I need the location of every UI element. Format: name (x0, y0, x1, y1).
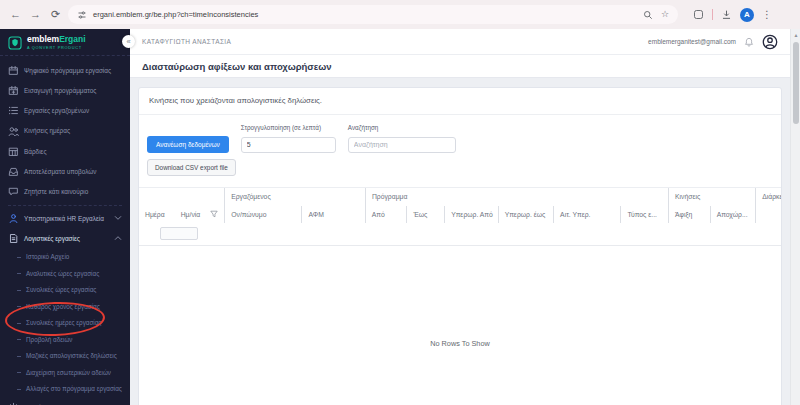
grid-column-header[interactable]: Ημ/νία (175, 206, 225, 223)
sidebar-item[interactable]: Εργασίες εργαζομένων (0, 101, 130, 121)
page-scrollbar[interactable]: ▲ (790, 29, 800, 405)
app-logo[interactable]: emblemErgani A QONVERT PRODUCT (0, 29, 130, 56)
site-settings-icon[interactable] (77, 10, 87, 20)
grid-column-label: Έως (413, 211, 427, 218)
sidebar-collapse-button[interactable]: « (122, 35, 135, 48)
bullet-dash (17, 389, 21, 390)
sidebar-item[interactable]: Ρυθμίσεις (0, 398, 130, 405)
calendar-icon (8, 65, 19, 76)
grid-column-group: Πρόγραμμα (365, 188, 668, 206)
grid-column-header[interactable]: ΑΦΜ (301, 206, 364, 223)
document-icon (8, 233, 19, 244)
grid-column-header[interactable]: Έως (406, 206, 444, 223)
back-icon[interactable]: ← (8, 9, 23, 20)
sidebar-subitem-label: Αλλαγές στο πρόγραμμα εργασίας (26, 385, 122, 394)
sidebar-item-label: Ψηφιακό πρόγραμμα εργασίας (24, 67, 111, 74)
grid-column-group: Εργαζόμενος (224, 188, 365, 206)
sidebar-subitem-link[interactable]: Συνολικές ημέρες εργασίας (0, 315, 130, 332)
grid-column-header[interactable]: Από (365, 206, 407, 223)
zoom-icon[interactable] (643, 10, 653, 20)
date-filter-input[interactable] (160, 227, 198, 240)
grid-column-header[interactable]: Τύπος ε... (620, 206, 668, 223)
reload-icon[interactable]: ⟳ (48, 9, 63, 20)
scroll-up-icon[interactable]: ▲ (791, 32, 800, 38)
sidebar-subitem-label: Αναλυτικές ώρες εργασίας (26, 270, 99, 279)
sidebar-subitem-label: Συνολικές ημέρες εργασίας (26, 319, 101, 328)
sidebar-item[interactable]: Λογιστικές εργασίες (0, 229, 130, 249)
sidebar: emblemErgani A QONVERT PRODUCT Ψηφιακό π… (0, 29, 130, 405)
sidebar-item-label: Αποτελέσματα υποβολών (24, 168, 96, 175)
browser-chrome: ← → ⟳ ergani.emblem.gr/be.php?ch=timeInc… (0, 0, 800, 29)
tasks-list-icon (8, 105, 19, 116)
forward-icon[interactable]: → (28, 9, 43, 20)
sidebar-item[interactable]: Ζητήστε κάτι καινούριο (0, 181, 130, 201)
grid-column-label: Από (372, 211, 385, 218)
bullet-dash (17, 372, 21, 373)
grid-column-header[interactable]: Υπερωρ. Από (444, 206, 498, 223)
grid-column-label: Ημέρα (145, 211, 165, 218)
bell-icon[interactable] (744, 37, 754, 47)
calendar-plus-icon (8, 85, 19, 96)
refresh-data-button[interactable]: Ανανέωση δεδομένων (147, 136, 229, 153)
grid-column-header[interactable] (755, 206, 781, 223)
sidebar-item-label: Εργασίες εργαζομένων (24, 107, 89, 114)
sidebar-item[interactable]: Κινήσεις ημέρας (0, 121, 130, 141)
sidebar-subitem-label: Ιστορικό Αρχείο (26, 253, 69, 262)
grid-column-label: Υπερωρ. έως (505, 211, 546, 218)
sidebar-item[interactable]: Ψηφιακό πρόγραμμα εργασίας (0, 60, 130, 80)
card-heading: Κινήσεις που χρειάζονται απολογιστικές δ… (139, 88, 781, 115)
download-csv-button[interactable]: Download CSV export file (147, 159, 236, 176)
grid-column-header[interactable]: Αιτ. Υπερ. (553, 206, 620, 223)
url-text: ergani.emblem.gr/be.php?ch=timeInconsist… (93, 10, 258, 19)
sidebar-divider (8, 205, 122, 206)
grid-column-header[interactable]: Υπερωρ. έως (498, 206, 553, 223)
sidebar-item[interactable]: Εισαγωγή προγράμματος (0, 81, 130, 101)
grid-empty-state: No Rows To Show (139, 246, 781, 348)
sidebar-subitem-link[interactable]: Συνολικές ώρες εργασίας (0, 282, 130, 299)
sidebar-subitem-label: Μαζικές απολογιστικές δηλώσεις (26, 352, 117, 361)
shield-logo-icon (8, 36, 22, 50)
sidebar-subitem-link[interactable]: Καθαρός χρόνος εργασίας (0, 299, 130, 316)
browser-menu-icon[interactable]: ⋮ (762, 10, 772, 20)
bullet-dash (17, 257, 21, 258)
sidebar-subitem-link[interactable]: Αναλυτικές ώρες εργασίας (0, 266, 130, 283)
search-input[interactable] (348, 137, 456, 153)
sidebar-item[interactable]: Βάρδιες (0, 141, 130, 161)
grid-column-label: Ημ/νία (181, 211, 201, 218)
rounding-field: Στρογγυλοποίηση (σε λεπτά) (241, 124, 336, 153)
account-email: emblemerganitest@gmail.com (648, 38, 736, 45)
sidebar-subitem-link[interactable]: Ιστορικό Αρχείο (0, 249, 130, 266)
grid-column-header[interactable]: Άφιξη (668, 206, 710, 223)
sidebar-subitem-link[interactable]: Προβολή αδειών (0, 332, 130, 349)
filter-funnel-icon[interactable] (210, 210, 218, 219)
sidebar-item[interactable]: Αποτελέσματα υποβολών (0, 161, 130, 181)
download-icon[interactable] (721, 9, 732, 20)
user-avatar[interactable] (762, 34, 778, 50)
sidebar-subitem-annotated[interactable]: Μαζικές απολογιστικές δηλώσεις (0, 348, 130, 365)
address-bar[interactable]: ergani.emblem.gr/be.php?ch=timeInconsist… (68, 5, 678, 24)
scrollbar-thumb[interactable] (793, 42, 799, 124)
sidebar-nav: Ψηφιακό πρόγραμμα εργασίαςΕισαγωγή προγρ… (0, 56, 130, 405)
grid-column-label: Άφιξη (675, 211, 692, 218)
sidebar-item-label: Βάρδιες (24, 148, 47, 155)
grid-column-header[interactable]: Ον/πώνυμο (224, 206, 301, 223)
shifts-calendar-icon (8, 146, 19, 157)
chevron-up-icon (114, 235, 122, 242)
sidebar-subitem-label: Συνολικές ώρες εργασίας (26, 286, 96, 295)
sidebar-item-label: Υποστηρικτικά HR Εργαλεία (24, 215, 104, 222)
grid-column-label: Τύπος ε... (627, 211, 657, 218)
grid-column-header[interactable]: Αποχώρ... (710, 206, 756, 223)
sidebar-subitem-link[interactable]: Αλλαγές στο πρόγραμμα εργασίας (0, 381, 130, 398)
sidebar-item-label: Εισαγωγή προγράμματος (24, 87, 96, 94)
browser-profile-avatar[interactable]: A (740, 8, 754, 22)
rounding-input[interactable] (241, 137, 336, 153)
sidebar-item[interactable]: Υποστηρικτικά HR Εργαλεία (0, 209, 130, 229)
results-card: Κινήσεις που χρειάζονται απολογιστικές δ… (138, 87, 782, 405)
grid-column-header[interactable]: Ημέρα (139, 206, 175, 223)
sidebar-subitem-label: Διαχείριση εσωτερικών αδειών (26, 369, 111, 378)
tab-search-icon[interactable] (693, 9, 704, 20)
bullet-dash (17, 273, 21, 274)
bookmark-star-icon[interactable]: ☆ (661, 10, 669, 19)
brand-name: emblemErgani (27, 35, 86, 44)
sidebar-subitem-link[interactable]: Διαχείριση εσωτερικών αδειών (0, 365, 130, 382)
